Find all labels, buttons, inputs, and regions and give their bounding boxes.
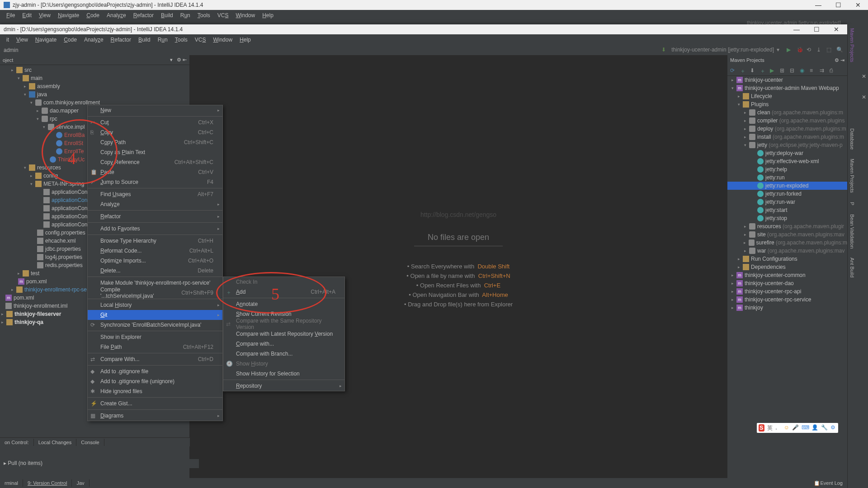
menu-compile[interactable]: Compile '...tchServiceImpl.java'Ctrl+Shi… bbox=[88, 288, 222, 298]
minimize-button[interactable]: — bbox=[808, 0, 828, 10]
menu-run[interactable]: Run bbox=[177, 11, 194, 20]
dropdown-icon[interactable]: ▾ bbox=[777, 47, 784, 54]
plus-icon[interactable]: ＋ bbox=[740, 67, 746, 74]
ime-person-icon[interactable]: 👤 bbox=[811, 424, 818, 432]
ime-emoji-icon[interactable]: ☺ bbox=[784, 424, 790, 432]
strip-close2[interactable]: ✕ bbox=[862, 94, 866, 100]
menu2-run[interactable]: Run bbox=[154, 35, 171, 44]
git-repository[interactable]: Repository▸ bbox=[223, 381, 344, 391]
database-tab[interactable]: Database bbox=[848, 125, 857, 153]
menu-synchronize[interactable]: ⟳Synchronize 'EnrollBatchServiceImpl.jav… bbox=[88, 320, 222, 330]
collapse-icon[interactable]: ≡ bbox=[810, 67, 816, 74]
menu2-tools[interactable]: Tools bbox=[171, 35, 191, 44]
inner-close[interactable]: ✕ bbox=[826, 24, 846, 34]
menu-paste[interactable]: 📋PasteCtrl+V bbox=[88, 167, 222, 177]
run-maven-icon[interactable]: ▶ bbox=[770, 67, 776, 74]
menu-gitignore-add[interactable]: ◆Add to .gitignore file bbox=[88, 366, 222, 376]
menu-view[interactable]: View bbox=[35, 11, 54, 20]
menu-refactor[interactable]: Refactor bbox=[130, 11, 157, 20]
menu-edit[interactable]: Edit bbox=[19, 11, 35, 20]
tool-icon3[interactable]: ⬚ bbox=[826, 47, 834, 54]
java-tab[interactable]: Jav bbox=[72, 479, 89, 487]
menu2-edit[interactable]: it bbox=[3, 35, 13, 44]
menu-compare-with[interactable]: ⇄Compare With...Ctrl+D bbox=[88, 354, 222, 364]
run-icon[interactable]: ▶ bbox=[787, 47, 794, 54]
git-add[interactable]: ＋AddCtrl+Alt+A bbox=[223, 287, 344, 297]
vcs-icon[interactable]: ⬇ bbox=[661, 47, 669, 54]
menu2-code[interactable]: Code bbox=[60, 35, 80, 44]
menu-reformat[interactable]: Reformat Code...Ctrl+Alt+L bbox=[88, 246, 222, 256]
menu-navigate[interactable]: Navigate bbox=[54, 11, 83, 20]
console-tab[interactable]: Console bbox=[76, 439, 104, 446]
bean-validation-tab[interactable]: Bean Validation bbox=[848, 211, 857, 252]
menu-create-gist[interactable]: ⚡Create Gist... bbox=[88, 399, 222, 408]
maven-hide-icon[interactable]: ⇥ bbox=[840, 57, 844, 63]
tool-icon[interactable]: ⟲ bbox=[807, 47, 814, 54]
project-header[interactable]: oject bbox=[3, 57, 13, 63]
maven-gear-icon[interactable]: ⚙ bbox=[835, 57, 839, 63]
git-checkin[interactable]: Check In bbox=[223, 277, 344, 287]
menu-show-explorer[interactable]: Show in Explorer bbox=[88, 332, 222, 342]
menu2-analyze[interactable]: Analyze bbox=[80, 35, 107, 44]
git-compare-branch[interactable]: Compare with Branch... bbox=[223, 349, 344, 359]
menu-analyze[interactable]: Analyze▸ bbox=[88, 199, 222, 209]
ime-gear-icon[interactable]: ⚙ bbox=[830, 424, 836, 432]
version-control-tab[interactable]: 9: Version Control bbox=[23, 479, 72, 487]
git-compare-with[interactable]: Compare with... bbox=[223, 339, 344, 349]
menu-diagrams[interactable]: ▦Diagrams▸ bbox=[88, 411, 222, 421]
maximize-button[interactable]: ☐ bbox=[828, 0, 848, 10]
target-icon[interactable]: ◉ bbox=[800, 67, 806, 74]
menu-hierarchy[interactable]: Browse Type HierarchyCtrl+H bbox=[88, 236, 222, 246]
refresh-icon[interactable]: ⟳ bbox=[730, 67, 736, 74]
menu-copy[interactable]: ⎘CopyCtrl+C bbox=[88, 127, 222, 137]
menu2-refactor[interactable]: Refactor bbox=[107, 35, 135, 44]
strip-close[interactable]: ✕ bbox=[862, 73, 866, 80]
ime-s-icon[interactable]: S bbox=[759, 424, 764, 432]
menu-tools[interactable]: Tools bbox=[194, 11, 214, 20]
event-log[interactable]: 📋 Event Log bbox=[814, 478, 843, 488]
menu-copy-plain[interactable]: Copy as Plain Text bbox=[88, 147, 222, 157]
menu-analyze[interactable]: Analyze bbox=[103, 11, 130, 20]
menu-copy-ref[interactable]: Copy ReferenceCtrl+Alt+Shift+C bbox=[88, 157, 222, 167]
menu-hide-ignored[interactable]: ✱Hide ignored files bbox=[88, 386, 222, 396]
git-show-history-sel[interactable]: Show History for Selection bbox=[223, 369, 344, 379]
ant-build-tab[interactable]: Ant Build bbox=[848, 254, 857, 281]
search-icon[interactable]: 🔍 bbox=[836, 47, 844, 54]
menu-gitignore-unignore[interactable]: ◆Add to .gitignore file (unignore) bbox=[88, 376, 222, 386]
menu-file-path[interactable]: File PathCtrl+Alt+F12 bbox=[88, 342, 222, 352]
menu-build[interactable]: Build bbox=[157, 11, 177, 20]
inner-minimize[interactable]: — bbox=[787, 24, 807, 34]
inner-maximize[interactable]: ☐ bbox=[807, 24, 826, 34]
menu2-build[interactable]: Build bbox=[135, 35, 154, 44]
git-show-history[interactable]: 🕘Show History bbox=[223, 359, 344, 369]
menu2-navigate[interactable]: Navigate bbox=[32, 35, 60, 44]
vc-tab[interactable]: on Control: bbox=[0, 439, 34, 446]
close-button[interactable]: ✕ bbox=[848, 0, 868, 10]
gear-icon[interactable]: ⚙ bbox=[177, 57, 181, 62]
m2-icon[interactable]: ⊟ bbox=[790, 67, 796, 74]
git-annotate[interactable]: Annotate bbox=[223, 299, 344, 309]
debug-icon[interactable]: 🐞 bbox=[797, 47, 804, 54]
local-changes-tab[interactable]: Local Changes bbox=[34, 439, 76, 446]
menu-cut[interactable]: ✂CutCtrl+X bbox=[88, 117, 222, 127]
p-tab[interactable]: P bbox=[848, 198, 857, 209]
menu2-help[interactable]: Help bbox=[236, 35, 255, 44]
menu-favorites[interactable]: Add to Favorites▸ bbox=[88, 224, 222, 234]
maven-tree[interactable]: ▸mthinkjoy-ucenter ▾mthinkjoy-ucenter-ad… bbox=[727, 76, 847, 312]
git-compare-latest[interactable]: Compare with Latest Repository Version bbox=[223, 329, 344, 339]
terminal-tab[interactable]: rminal bbox=[0, 479, 23, 487]
breadcrumb[interactable]: admin bbox=[4, 47, 19, 53]
menu2-window[interactable]: Window bbox=[209, 35, 236, 44]
menu2-view[interactable]: View bbox=[13, 35, 32, 44]
plus2-icon[interactable]: ＋ bbox=[760, 67, 766, 74]
menu-file[interactable]: File bbox=[3, 11, 19, 20]
menu2-vcs[interactable]: VCS bbox=[191, 35, 210, 44]
ime-punct-icon[interactable]: , bbox=[775, 424, 781, 432]
tool-icon2[interactable]: ⤓ bbox=[816, 47, 824, 54]
collapse-icon[interactable]: ⇤ bbox=[183, 57, 187, 62]
menu-find-usages[interactable]: Find UsagesAlt+F7 bbox=[88, 189, 222, 199]
run-config-select[interactable]: thinkjoy-ucenter-admin [jetty:run-explod… bbox=[671, 47, 774, 54]
m-icon[interactable]: ⊞ bbox=[780, 67, 786, 74]
menu-git[interactable]: Git▸ bbox=[88, 310, 222, 320]
menu-code[interactable]: Code bbox=[83, 11, 103, 20]
